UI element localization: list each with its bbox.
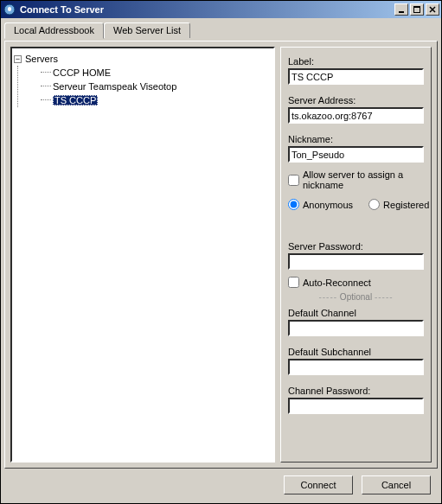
titlebar[interactable]: Connect To Server	[1, 1, 441, 18]
channel-password-input[interactable]	[288, 398, 424, 414]
label-label: Label:	[288, 56, 424, 67]
anonymous-radio[interactable]	[288, 199, 299, 210]
tree-item-label: TS CCCP	[53, 95, 98, 105]
svg-rect-1	[8, 7, 11, 11]
tab-strip: Local Addressbook Web Server List	[4, 22, 438, 38]
button-bar: Connect Cancel	[4, 472, 438, 500]
tab-web-server-list[interactable]: Web Server List	[104, 22, 190, 38]
anonymous-label: Anonymous	[303, 200, 353, 210]
optional-divider: Optional	[288, 292, 424, 302]
default-channel-input[interactable]	[288, 320, 424, 336]
minimize-button[interactable]	[394, 3, 408, 16]
window-controls	[394, 3, 439, 16]
tree-root-node[interactable]: − Servers	[14, 52, 272, 66]
allow-assign-checkbox[interactable]	[288, 175, 299, 186]
registered-radio[interactable]	[368, 199, 380, 210]
auto-reconnect-label: Auto-Reconnect	[303, 278, 371, 288]
registered-label: Registered	[383, 200, 429, 210]
label-input[interactable]	[288, 68, 424, 85]
maximize-button[interactable]	[410, 3, 424, 16]
address-label: Server Address:	[288, 95, 424, 105]
anonymous-option[interactable]: Anonymous	[288, 199, 353, 210]
window: Connect To Server Local Addressbook Web …	[0, 0, 442, 504]
nickname-label: Nickname:	[288, 134, 424, 144]
registered-option[interactable]: Registered	[368, 199, 429, 210]
collapse-icon[interactable]: −	[14, 55, 22, 63]
tree-root-label: Servers	[25, 54, 58, 64]
window-title: Connect To Server	[20, 4, 394, 15]
auto-reconnect-row[interactable]: Auto-Reconnect	[288, 277, 424, 288]
default-subchannel-label: Default Subchannel	[288, 347, 424, 357]
default-subchannel-input[interactable]	[288, 359, 424, 375]
tree-item-label: CCCP HOME	[53, 67, 111, 78]
tree-item[interactable]: TS CCCP	[27, 93, 272, 107]
server-password-input[interactable]	[288, 253, 424, 270]
close-button[interactable]	[426, 3, 439, 16]
address-input[interactable]	[288, 107, 424, 124]
server-details-panel: Label: Server Address: Nickname: Allow s…	[280, 47, 432, 463]
tree-item[interactable]: CCCP HOME	[27, 66, 272, 80]
tree-item[interactable]: Serveur Teamspeak Viseotop	[27, 80, 272, 93]
tab-page: − Servers CCCP HOME Serveur Teamspeak Vi…	[4, 41, 438, 469]
nickname-input[interactable]	[288, 146, 424, 163]
tree-children: CCCP HOME Serveur Teamspeak Viseotop TS …	[17, 66, 272, 107]
server-tree[interactable]: − Servers CCCP HOME Serveur Teamspeak Vi…	[10, 47, 275, 463]
allow-assign-row[interactable]: Allow server to assign a nickname	[288, 169, 424, 190]
svg-rect-4	[413, 6, 420, 8]
server-password-label: Server Password:	[288, 241, 424, 252]
tree-item-label: Serveur Teamspeak Viseotop	[53, 81, 176, 92]
allow-assign-label: Allow server to assign a nickname	[303, 169, 424, 190]
app-icon	[3, 3, 16, 16]
svg-rect-2	[399, 11, 404, 13]
cancel-button[interactable]: Cancel	[362, 475, 431, 494]
auto-reconnect-checkbox[interactable]	[288, 277, 299, 288]
client-area: Local Addressbook Web Server List − Serv…	[1, 18, 441, 503]
tab-local-addressbook[interactable]: Local Addressbook	[4, 22, 104, 39]
connect-button[interactable]: Connect	[284, 475, 353, 494]
default-channel-label: Default Channel	[288, 308, 424, 318]
channel-password-label: Channel Password:	[288, 386, 424, 396]
